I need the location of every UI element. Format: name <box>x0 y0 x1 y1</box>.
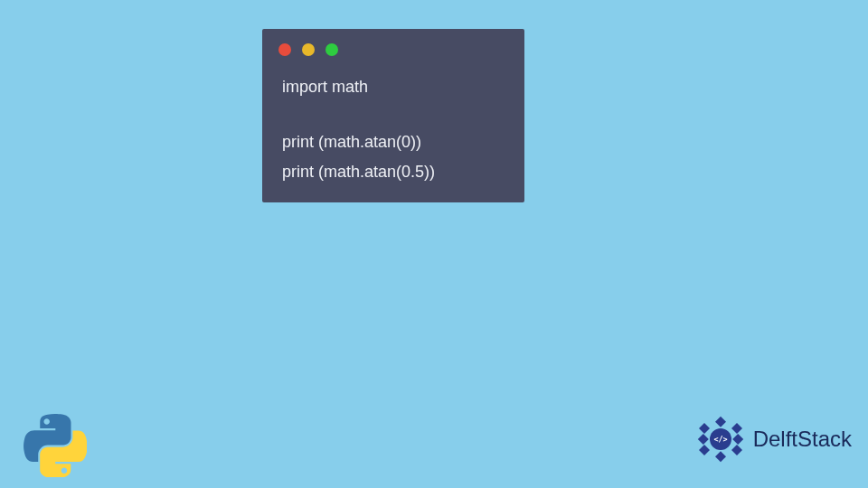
brand-logo: </> DelftStack <box>693 412 852 466</box>
python-logo-icon <box>24 414 87 477</box>
svg-marker-3 <box>731 445 742 455</box>
svg-marker-0 <box>715 417 726 427</box>
code-line: import math <box>282 72 505 101</box>
svg-marker-2 <box>732 434 743 445</box>
code-line: print (math.atan(0)) <box>282 127 505 156</box>
window-close-icon <box>278 43 291 56</box>
code-window: import math print (math.atan(0)) print (… <box>262 29 524 202</box>
code-blank-line <box>282 101 505 127</box>
window-titlebar <box>262 29 524 65</box>
code-body: import math print (math.atan(0)) print (… <box>262 65 524 186</box>
svg-marker-7 <box>699 423 710 434</box>
brand-name: DelftStack <box>753 427 852 452</box>
code-line: print (math.atan(0.5)) <box>282 157 505 186</box>
svg-marker-1 <box>731 423 742 434</box>
svg-marker-5 <box>699 445 710 455</box>
svg-marker-4 <box>715 451 726 462</box>
window-maximize-icon <box>326 43 338 56</box>
svg-text:</>: </> <box>713 435 727 444</box>
svg-marker-6 <box>697 434 708 445</box>
brand-icon: </> <box>693 412 748 466</box>
window-minimize-icon <box>302 43 315 56</box>
